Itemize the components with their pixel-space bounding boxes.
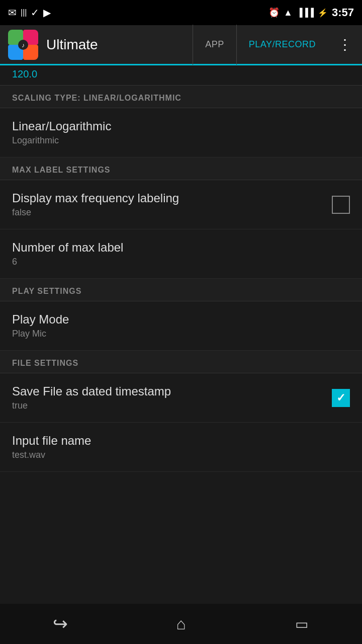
- section-header-scaling-type: SCALING TYPE: LINEAR/LOGARITHMIC: [0, 86, 362, 108]
- play-icon: ▶: [43, 7, 51, 19]
- setting-item-display-max-freq-title: Display max frequency labeling: [12, 191, 332, 205]
- battery-icon: ⚡: [318, 8, 328, 18]
- home-icon: ⌂: [176, 615, 186, 633]
- section-header-play-settings: PLAY SETTINGS: [0, 279, 362, 301]
- setting-item-play-mode-value: Play Mic: [12, 329, 350, 339]
- setting-item-linear-log-content: Linear/Logarithmic Logarithmic: [12, 119, 350, 146]
- setting-item-play-mode[interactable]: Play Mode Play Mic: [0, 301, 362, 351]
- partial-value: 120.0: [12, 68, 37, 79]
- nav-recents-button[interactable]: ▭: [272, 609, 332, 639]
- setting-item-save-file-dated-content: Save File as dated timestamp true: [12, 384, 332, 411]
- content-area: 120.0 SCALING TYPE: LINEAR/LOGARITHMIC L…: [0, 65, 362, 512]
- setting-item-input-file-name-content: Input file name test.wav: [12, 434, 350, 460]
- save-file-dated-checkbox[interactable]: [332, 389, 350, 407]
- setting-item-linear-log-title: Linear/Logarithmic: [12, 119, 350, 133]
- setting-item-save-file-dated-value: true: [12, 400, 332, 411]
- section-header-file-settings-text: FILE SETTINGS: [12, 359, 78, 367]
- display-max-freq-checkbox[interactable]: [332, 196, 350, 214]
- setting-item-num-max-label-title: Number of max label: [12, 240, 350, 255]
- setting-item-input-file-name-title: Input file name: [12, 434, 350, 448]
- setting-item-input-file-name[interactable]: Input file name test.wav: [0, 423, 362, 472]
- nav-back-button[interactable]: ↩: [30, 609, 90, 639]
- wifi-icon: ▲: [284, 8, 293, 18]
- svg-text:♪: ♪: [22, 42, 25, 49]
- status-time: 3:57: [332, 6, 354, 19]
- setting-item-play-mode-title: Play Mode: [12, 312, 350, 327]
- setting-item-linear-log[interactable]: Linear/Logarithmic Logarithmic: [0, 108, 362, 157]
- gmail-icon: ✉: [8, 7, 17, 19]
- setting-item-linear-log-value: Logarithmic: [12, 135, 350, 146]
- setting-item-save-file-dated-title: Save File as dated timestamp: [12, 384, 332, 398]
- setting-item-display-max-freq-value: false: [12, 207, 332, 218]
- recents-icon: ▭: [295, 616, 308, 632]
- section-header-file-settings: FILE SETTINGS: [0, 351, 362, 373]
- status-bar-left: ✉ ||| ✓ ▶: [8, 7, 51, 19]
- setting-item-display-max-freq[interactable]: Display max frequency labeling false: [0, 180, 362, 229]
- setting-item-num-max-label-value: 6: [12, 257, 350, 267]
- section-header-play-settings-text: PLAY SETTINGS: [12, 287, 81, 295]
- check-icon: ✓: [31, 7, 39, 19]
- app-bar: ♪ Ultimate APP PLAY/RECORD ⋮: [0, 25, 362, 65]
- app-logo: ♪: [8, 30, 38, 60]
- app-title: Ultimate: [46, 37, 193, 53]
- setting-item-num-max-label[interactable]: Number of max label 6: [0, 229, 362, 279]
- more-options-button[interactable]: ⋮: [328, 36, 362, 53]
- section-header-max-label: MAX LABEL SETTINGS: [0, 157, 362, 180]
- section-header-max-label-text: MAX LABEL SETTINGS: [12, 166, 111, 174]
- app-bar-tabs: APP PLAY/RECORD: [193, 25, 328, 65]
- setting-item-input-file-name-value: test.wav: [12, 450, 350, 460]
- setting-item-save-file-dated[interactable]: Save File as dated timestamp true: [0, 373, 362, 423]
- bars-icon: |||: [21, 8, 27, 17]
- alarm-icon: ⏰: [268, 7, 280, 18]
- section-header-scaling-type-text: SCALING TYPE: LINEAR/LOGARITHMIC: [12, 94, 182, 102]
- setting-item-play-mode-content: Play Mode Play Mic: [12, 312, 350, 339]
- nav-home-button[interactable]: ⌂: [151, 609, 211, 639]
- nav-bar: ↩ ⌂ ▭: [0, 604, 362, 644]
- back-icon: ↩: [53, 613, 68, 634]
- partial-item: 120.0: [0, 65, 362, 86]
- setting-item-display-max-freq-content: Display max frequency labeling false: [12, 191, 332, 218]
- status-bar-right: ⏰ ▲ ▐▐▐ ⚡ 3:57: [268, 6, 354, 19]
- signal-icon: ▐▐▐: [297, 8, 314, 17]
- setting-item-num-max-label-content: Number of max label 6: [12, 240, 350, 267]
- tab-play-record[interactable]: PLAY/RECORD: [236, 25, 328, 65]
- status-bar: ✉ ||| ✓ ▶ ⏰ ▲ ▐▐▐ ⚡ 3:57: [0, 0, 362, 25]
- tab-app[interactable]: APP: [193, 25, 236, 65]
